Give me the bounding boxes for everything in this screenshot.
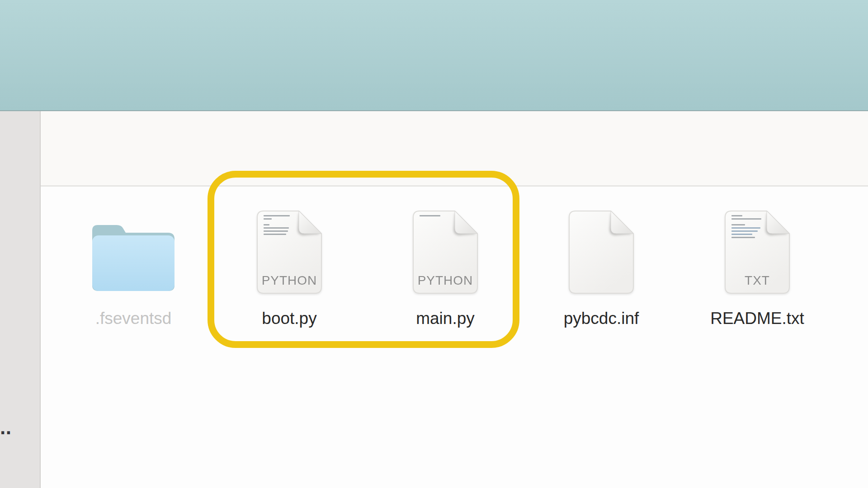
file-name: main.py <box>416 309 475 328</box>
file-type-badge: PYTHON <box>412 273 479 288</box>
file-preview-lines <box>420 215 460 218</box>
file-item-boot-py[interactable]: PYTHON boot.py <box>226 203 353 334</box>
file-name: pybcdc.inf <box>564 309 639 328</box>
file-name: README.txt <box>710 309 804 328</box>
document-file-icon <box>568 210 635 295</box>
clipped-text-dots: ·· <box>0 428 18 437</box>
file-item-pybcdc-inf[interactable]: pybcdc.inf <box>538 203 665 334</box>
file-item-fseventsd[interactable]: .fseventsd <box>70 203 197 334</box>
python-file-icon: PYTHON <box>256 210 323 295</box>
file-type-badge: TXT <box>724 273 791 288</box>
file-preview-lines <box>264 215 304 237</box>
python-file-icon: PYTHON <box>412 210 479 295</box>
finder-toolbar <box>41 111 868 187</box>
file-name: boot.py <box>262 309 316 328</box>
text-file-icon: TXT <box>724 210 791 295</box>
file-item-main-py[interactable]: PYTHON main.py <box>382 203 509 334</box>
file-type-badge: PYTHON <box>256 273 323 288</box>
file-preview-lines <box>731 215 772 240</box>
file-name: .fseventsd <box>95 309 172 328</box>
file-item-readme-txt[interactable]: TXT README.txt <box>694 203 821 334</box>
desktop-wallpaper-strip <box>0 0 868 111</box>
folder-icon <box>90 220 176 292</box>
